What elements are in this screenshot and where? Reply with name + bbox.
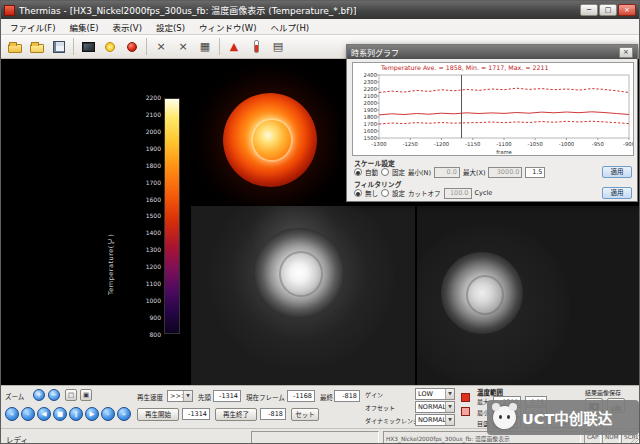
colorbar-tick: 1200	[146, 263, 161, 270]
scale-extra-field[interactable]: 1.5	[525, 167, 545, 178]
maximize-button[interactable]: □	[599, 4, 617, 16]
play-end-field[interactable]: -818	[260, 408, 286, 420]
skip-end-button[interactable]: »	[117, 407, 131, 421]
close-view-button[interactable]: ×	[151, 37, 171, 57]
play-start-field[interactable]: -1314	[182, 408, 210, 420]
open-file-button[interactable]	[5, 37, 25, 57]
set-button[interactable]: セット	[291, 408, 319, 421]
close-button[interactable]: ×	[618, 4, 636, 16]
colorbar-tick: 1000	[146, 297, 161, 304]
display-mode-button[interactable]	[78, 37, 98, 57]
play-button[interactable]: ▶	[85, 407, 99, 421]
gain-value: LOW	[418, 390, 433, 398]
actual-size-icon: ▣	[83, 391, 89, 399]
menu-file[interactable]: ファイル(F)	[3, 20, 63, 34]
thermometer-button[interactable]	[246, 37, 266, 57]
palette-swatch-pink-button[interactable]	[461, 407, 470, 416]
colorbar-tick: 1400	[146, 229, 161, 236]
colorbar-tick: 1900	[146, 145, 161, 152]
dynamic-range-dropdown[interactable]: NORMAL	[415, 414, 455, 426]
minimize-button[interactable]: ─	[580, 4, 598, 16]
result-save-title: 結果画像保存	[585, 388, 621, 397]
brightness-button[interactable]	[100, 37, 120, 57]
actual-size-button[interactable]: ▣	[80, 389, 92, 401]
colorbar-tick: 1100	[146, 280, 161, 287]
svg-text:1600: 1600	[364, 128, 378, 134]
window-controls: ─ □ ×	[580, 4, 636, 16]
last-frame-field[interactable]: -818	[334, 390, 360, 402]
filter-none-radio[interactable]	[354, 189, 362, 197]
filter-apply-button[interactable]: 適用	[602, 187, 632, 199]
pause-button[interactable]: ‖	[69, 407, 83, 421]
stop-button[interactable]: ■	[53, 407, 67, 421]
menu-window[interactable]: ウィンドウ(W)	[192, 20, 264, 34]
play-reverse-button[interactable]: ◀	[37, 407, 51, 421]
open-recent-button[interactable]	[27, 37, 47, 57]
menu-edit[interactable]: 編集(E)	[63, 20, 106, 34]
scale-max-field[interactable]: 3000.0	[488, 167, 522, 178]
grayscale-panel-left[interactable]	[191, 206, 415, 385]
colorbar-tick: 1800	[146, 162, 161, 169]
svg-text:2000: 2000	[364, 100, 378, 106]
scale-auto-radio[interactable]	[354, 168, 362, 176]
fast-forward-button[interactable]: ›	[101, 407, 115, 421]
graph-close-button[interactable]: ×	[619, 47, 633, 58]
close-all-button[interactable]: ×	[173, 37, 193, 57]
fit-window-button[interactable]: □	[65, 389, 77, 401]
play-start-button[interactable]: 再生開始	[137, 408, 179, 421]
svg-text:-1150: -1150	[465, 141, 481, 147]
play-end-button[interactable]: 再生終了	[215, 408, 257, 421]
title-bar[interactable]: Thermias - [HX3_Nickel2000fps_300us_fb: …	[1, 1, 639, 19]
record-button[interactable]	[122, 37, 142, 57]
current-frame-field[interactable]: -1168	[287, 390, 315, 402]
svg-text:1900: 1900	[364, 107, 378, 113]
alarm-button[interactable]: ▲	[224, 37, 244, 57]
zoom-in-button[interactable]: +	[33, 389, 45, 401]
stop-icon: ■	[57, 410, 63, 418]
scale-auto-label: 自動	[365, 167, 378, 177]
mascot-ear	[509, 403, 517, 411]
vendor-watermark: UCT中创联达	[487, 400, 639, 435]
folder-import-icon	[30, 44, 44, 53]
svg-text:2200: 2200	[364, 86, 378, 92]
svg-text:2300: 2300	[364, 79, 378, 85]
grayscale-hotspot-left	[254, 228, 344, 318]
data-table-button[interactable]: ▤	[268, 37, 288, 57]
skip-start-button[interactable]: «	[5, 407, 19, 421]
grid-view-button[interactable]: ▦	[195, 37, 215, 57]
menu-bar: ファイル(F) 編集(E) 表示(V) 設定(S) ウィンドウ(W) ヘルプ(H…	[1, 19, 639, 35]
dropdown-arrow-icon	[445, 402, 454, 412]
last-frame-label: 最終	[320, 392, 333, 402]
table-icon: ▤	[273, 41, 283, 52]
grayscale-panel-right[interactable]	[417, 206, 640, 385]
timeseries-graph-window[interactable]: 時系列グラフ × 1500160017001800190020002100220…	[346, 44, 638, 202]
palette-swatch-red-button[interactable]	[461, 393, 470, 402]
menu-settings[interactable]: 設定(S)	[149, 20, 192, 34]
head-frame-field[interactable]: -1314	[213, 390, 241, 402]
colorbar-tick: 2200	[146, 94, 161, 101]
zoom-out-button[interactable]: −	[48, 389, 60, 401]
scale-min-field[interactable]: 0.0	[434, 167, 460, 178]
mascot-ear	[492, 403, 500, 411]
scale-apply-button[interactable]: 適用	[602, 166, 632, 178]
offset-dropdown[interactable]: NORMAL	[415, 401, 455, 413]
app-icon	[4, 5, 15, 16]
scale-fixed-radio[interactable]	[381, 168, 389, 176]
cutoff-field[interactable]: 100.0	[444, 188, 472, 199]
toolbar-separator	[146, 38, 147, 55]
speed-dropdown[interactable]: >>>	[167, 390, 193, 402]
filter-set-radio[interactable]	[381, 189, 389, 197]
menu-view[interactable]: 表示(V)	[106, 20, 149, 34]
open-folder-icon	[8, 44, 22, 53]
save-icon	[53, 41, 65, 53]
fast-forward-icon: ›	[107, 410, 110, 418]
colorbar-tick: 2100	[146, 111, 161, 118]
toolbar-separator	[73, 38, 74, 55]
graph-window-titlebar[interactable]: 時系列グラフ ×	[347, 45, 637, 59]
grid-icon: ▦	[200, 41, 210, 52]
fast-rewind-button[interactable]: ‹	[21, 407, 35, 421]
menu-help[interactable]: ヘルプ(H)	[264, 20, 317, 34]
save-button[interactable]	[49, 37, 69, 57]
thermometer-icon	[254, 40, 259, 53]
gain-dropdown[interactable]: LOW	[415, 388, 455, 400]
